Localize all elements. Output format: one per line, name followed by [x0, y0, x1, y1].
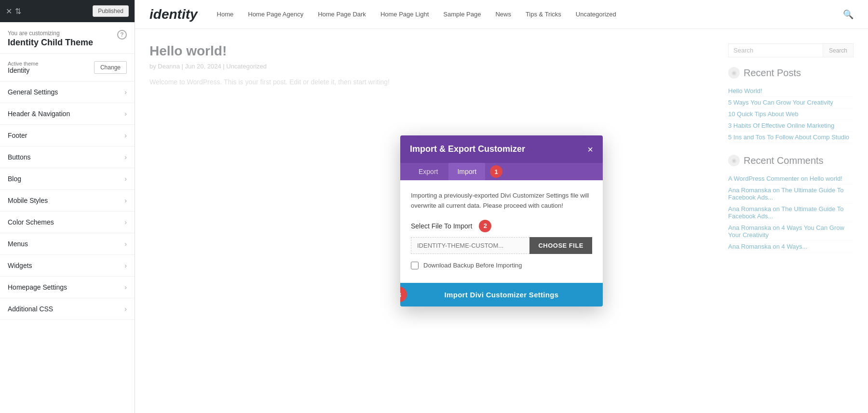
modal-close-button[interactable]: ×: [587, 145, 593, 154]
sidebar-menu-item-homepage-settings[interactable]: Homepage Settings›: [0, 277, 135, 298]
nav-light[interactable]: Home Page Light: [380, 11, 429, 18]
sidebar-header-text: You are customizing Identity Child Theme: [8, 30, 93, 48]
sidebar-menu: General Settings›Header & Navigation›Foo…: [0, 81, 135, 413]
active-theme-section: Active theme Identity Change: [0, 54, 135, 81]
menu-item-label: Blog: [8, 175, 21, 183]
sidebar-menu-item-general-settings[interactable]: General Settings›: [0, 81, 135, 103]
backup-row: Download Backup Before Importing: [411, 262, 592, 269]
sidebar-menu-item-color-schemes[interactable]: Color Schemes›: [0, 212, 135, 233]
chevron-right-icon: ›: [124, 240, 127, 248]
menu-item-label: General Settings: [8, 88, 58, 96]
theme-name: Identity Child Theme: [8, 38, 93, 48]
chevron-right-icon: ›: [124, 88, 127, 96]
modal-header: Import & Export Customizer ×: [400, 135, 603, 163]
chevron-right-icon: ›: [124, 110, 127, 118]
sidebar: ✕ ⇅ Published You are customizing Identi…: [0, 0, 135, 413]
sidebar-menu-item-blog[interactable]: Blog›: [0, 168, 135, 190]
tab-import[interactable]: Import: [448, 163, 485, 180]
published-badge: Published: [93, 5, 129, 17]
chevron-right-icon: ›: [124, 132, 127, 139]
menu-item-label: Footer: [8, 132, 27, 139]
file-field-label: Select File To Import 2: [411, 220, 592, 232]
modal-warning-text: Importing a previously-exported Divi Cus…: [411, 191, 592, 211]
top-bar-icons: ✕ ⇅: [6, 7, 21, 16]
import-button[interactable]: Import Divi Customizer Settings: [400, 283, 603, 306]
sidebar-menu-item-footer[interactable]: Footer›: [0, 125, 135, 147]
customizing-label: You are customizing: [8, 30, 93, 37]
sidebar-top-bar: ✕ ⇅ Published: [0, 0, 135, 22]
sidebar-menu-item-additional-css[interactable]: Additional CSS›: [0, 298, 135, 320]
modal-footer: 3 Import Divi Customizer Settings: [400, 283, 603, 306]
help-icon[interactable]: ?: [117, 30, 127, 40]
menu-item-label: Homepage Settings: [8, 283, 67, 291]
nav-agency[interactable]: Home Page Agency: [248, 11, 303, 18]
active-theme-label: Active theme: [8, 61, 39, 67]
modal-overlay: Import & Export Customizer × Export Impo…: [135, 29, 868, 413]
chevron-right-icon: ›: [124, 197, 127, 204]
nav-sample[interactable]: Sample Page: [443, 11, 481, 18]
menu-item-label: Mobile Styles: [8, 197, 48, 204]
menu-item-label: Buttons: [8, 153, 30, 161]
menu-item-label: Color Schemes: [8, 218, 54, 226]
file-input-row: CHOOSE FILE: [411, 237, 592, 254]
chevron-right-icon: ›: [124, 283, 127, 291]
chevron-right-icon: ›: [124, 262, 127, 269]
backup-checkbox[interactable]: [411, 262, 419, 269]
tab-export[interactable]: Export: [410, 163, 447, 180]
sidebar-header: You are customizing Identity Child Theme…: [0, 22, 135, 54]
menu-item-label: Menus: [8, 240, 28, 248]
backup-label: Download Backup Before Importing: [423, 262, 522, 269]
active-theme-info: Active theme Identity: [8, 61, 39, 74]
active-theme-value: Identity: [8, 67, 39, 74]
step2-badge: 2: [479, 220, 491, 232]
reorder-icon[interactable]: ⇅: [15, 7, 21, 16]
chevron-right-icon: ›: [124, 218, 127, 226]
chevron-right-icon: ›: [124, 175, 127, 183]
modal-body: Importing a previously-exported Divi Cus…: [400, 180, 603, 283]
search-icon[interactable]: 🔍: [843, 9, 854, 20]
nav-news[interactable]: News: [495, 11, 511, 18]
file-name-input[interactable]: [411, 237, 529, 254]
site-logo: identity: [149, 7, 198, 22]
menu-item-label: Header & Navigation: [8, 110, 70, 118]
change-theme-button[interactable]: Change: [94, 61, 127, 74]
sidebar-menu-item-menus[interactable]: Menus›: [0, 233, 135, 255]
sidebar-menu-item-header-&-navigation[interactable]: Header & Navigation›: [0, 103, 135, 125]
main-content-area: identity Home Home Page Agency Home Page…: [135, 0, 868, 413]
import-export-modal: Import & Export Customizer × Export Impo…: [400, 135, 603, 306]
content-area: Hello world! by Deanna | Jun 20, 2024 | …: [135, 29, 868, 413]
menu-item-label: Widgets: [8, 262, 32, 269]
sidebar-menu-item-widgets[interactable]: Widgets›: [0, 255, 135, 277]
modal-tabs: Export Import 1: [400, 163, 603, 180]
choose-file-button[interactable]: CHOOSE FILE: [529, 237, 592, 254]
sidebar-menu-item-mobile-styles[interactable]: Mobile Styles›: [0, 190, 135, 212]
import-btn-wrap: 3 Import Divi Customizer Settings: [400, 283, 603, 306]
nav-dark[interactable]: Home Page Dark: [318, 11, 366, 18]
menu-item-label: Additional CSS: [8, 305, 53, 313]
nav-tips[interactable]: Tips & Tricks: [526, 11, 561, 18]
step1-badge: 1: [490, 165, 502, 178]
modal-title: Import & Export Customizer: [410, 144, 525, 154]
top-nav: identity Home Home Page Agency Home Page…: [135, 0, 868, 29]
chevron-right-icon: ›: [124, 305, 127, 313]
sidebar-menu-item-buttons[interactable]: Buttons›: [0, 147, 135, 168]
nav-uncategorized[interactable]: Uncategorized: [576, 11, 616, 18]
close-icon[interactable]: ✕: [6, 7, 12, 16]
chevron-right-icon: ›: [124, 153, 127, 161]
nav-home[interactable]: Home: [217, 11, 234, 18]
